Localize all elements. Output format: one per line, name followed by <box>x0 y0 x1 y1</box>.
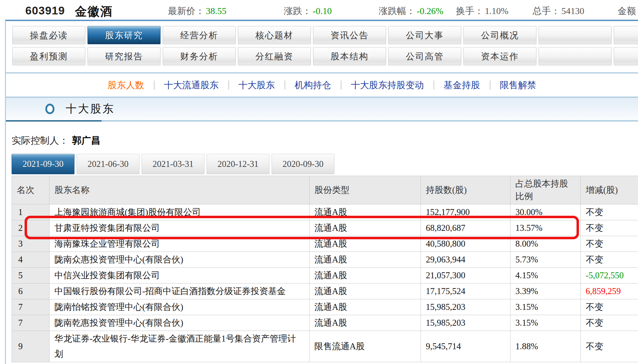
cell-change: 不变 <box>581 331 638 362</box>
date-tab-2021-06-30[interactable]: 2021-06-30 <box>77 154 139 174</box>
quote-field: 最新价：38.55 <box>168 5 227 17</box>
subnav-item-限售解禁[interactable]: 限售解禁 <box>490 79 546 91</box>
cell-percent: 5.73% <box>510 252 581 268</box>
cell-holder-name: 华龙证券-农业银行-华龙证券-金徽酒正能量1号集合资产管理计划 <box>50 331 310 362</box>
cell-shares: 40,580,800 <box>421 236 510 252</box>
cell-share-type: 流通A股 <box>310 220 421 236</box>
table-row: 6中国银行股份有限公司-招商中证白酒指数分级证券投资基金流通A股17,175,5… <box>12 284 638 299</box>
cell-shares: 17,175,524 <box>421 284 510 299</box>
subnav-item-基金持股[interactable]: 基金持股 <box>434 79 490 91</box>
tab-row-1: 操盘必读股东研究经营分析核心题材资讯公告公司大事公司概况 <box>6 26 638 44</box>
quote-field-value: 54130 <box>560 6 584 16</box>
quote-field-label: 涨跌： <box>284 6 311 16</box>
cell-share-type: 流通A股 <box>310 204 421 220</box>
cell-shares: 152,177,900 <box>421 204 510 220</box>
stock-info-bar: 603919 金徽酒 最新价：38.55涨跌：-0.10涨跌幅：-0.26%换手… <box>0 0 638 20</box>
cell-holder-name: 甘肃亚特投资集团有限公司 <box>50 220 310 236</box>
table-row: 7陇南乾惠投资管理中心(有限合伙)流通A股15,985,2033.15%不变 <box>12 315 638 331</box>
quote-field: 涨跌：-0.10 <box>284 5 332 17</box>
cell-holder-name: 海南豫珠企业管理有限公司 <box>50 236 310 252</box>
quote-field-value: -0.10 <box>311 6 332 16</box>
shareholder-subnav: 股东人数十大流通股东十大股东机构持仓十大股东持股变动基金持股限售解禁 <box>6 73 638 97</box>
cell-rank: 4 <box>12 252 50 268</box>
section-underline <box>6 120 638 122</box>
main-panel: 操盘必读股东研究经营分析核心题材资讯公告公司大事公司概况 盈利预测研究报告财务分… <box>5 20 638 364</box>
quote-field-label: 换手： <box>456 6 483 16</box>
cell-change: 不变 <box>581 315 638 331</box>
tab-研究报告[interactable]: 研究报告 <box>87 47 161 65</box>
section-header: 十大股东 <box>6 98 638 120</box>
quote-field: 金额 <box>618 5 636 17</box>
date-tab-2021-03-31[interactable]: 2021-03-31 <box>142 154 204 174</box>
cell-rank: 5 <box>12 268 50 284</box>
cell-percent: 1.88% <box>510 331 581 362</box>
table-row: 1上海豫园旅游商城(集团)股份有限公司流通A股152,177,90030.00%… <box>12 204 638 220</box>
cell-percent: 3.39% <box>510 284 581 299</box>
actual-controller: 实际控制人：郭广昌 <box>12 134 638 147</box>
cell-shares: 68,820,687 <box>421 220 510 236</box>
cell-rank: 7 <box>12 315 50 331</box>
tab-公司高管[interactable]: 公司高管 <box>388 47 461 65</box>
cell-share-type: 流通A股 <box>310 268 421 284</box>
cell-rank: 1 <box>12 204 50 220</box>
stock-f10-page: 603919 金徽酒 最新价：38.55涨跌：-0.10涨跌幅：-0.26%换手… <box>0 0 638 364</box>
table-row: 4陇南众惠投资管理中心(有限合伙)流通A股29,063,9445.73%不变 <box>12 252 638 268</box>
cell-share-type: 流通A股 <box>310 252 421 268</box>
date-tab-2020-12-31[interactable]: 2020-12-31 <box>207 154 269 174</box>
subnav-item-十大股东持股变动[interactable]: 十大股东持股变动 <box>341 79 434 91</box>
cell-percent: 30.00% <box>510 204 581 220</box>
cell-rank: 6 <box>12 284 50 299</box>
cell-change: 不变 <box>581 204 638 220</box>
cell-percent: 8.00% <box>510 236 581 252</box>
cell-change: 不变 <box>581 299 638 315</box>
subnav-item-股东人数[interactable]: 股东人数 <box>98 79 154 91</box>
cell-shares: 9,545,714 <box>421 331 510 362</box>
cell-share-type: 流通A股 <box>310 284 421 299</box>
actual-controller-name: 郭广昌 <box>72 135 100 146</box>
category-tabs: 操盘必读股东研究经营分析核心题材资讯公告公司大事公司概况 盈利预测研究报告财务分… <box>6 26 638 65</box>
tab-blank[interactable] <box>539 26 612 44</box>
cell-rank: 3 <box>12 236 50 252</box>
date-tab-2021-09-30[interactable]: 2021-09-30 <box>12 154 74 174</box>
cell-share-type: 流通A股 <box>310 315 421 331</box>
tab-操盘必读[interactable]: 操盘必读 <box>12 26 85 44</box>
table-header-row: 名次股东名称股份类型持股数(股)占总股本持股比例增减(股) <box>12 176 638 204</box>
tab-blank[interactable] <box>614 26 638 44</box>
cell-percent: 3.15% <box>510 315 581 331</box>
tab-经营分析[interactable]: 经营分析 <box>163 26 236 44</box>
tab-股东研究[interactable]: 股东研究 <box>87 26 161 44</box>
subnav-item-机构持仓[interactable]: 机构持仓 <box>285 79 341 91</box>
report-date-tabs: 2021-09-302021-06-302021-03-312020-12-31… <box>12 154 638 174</box>
cell-rank: 7 <box>12 299 50 315</box>
tab-公司概况[interactable]: 公司概况 <box>463 26 536 44</box>
cell-shares: 15,985,203 <box>421 315 510 331</box>
tab-财务分析[interactable]: 财务分析 <box>163 47 236 65</box>
tab-资讯公告[interactable]: 资讯公告 <box>313 26 386 44</box>
tab-公司大事[interactable]: 公司大事 <box>388 26 461 44</box>
subnav-item-十大流通股东[interactable]: 十大流通股东 <box>155 79 228 91</box>
cell-change: -5,072,550 <box>581 268 638 284</box>
cell-change: 6,859,259 <box>581 284 638 299</box>
quote-field: 换手：1.10% <box>456 5 508 17</box>
section-title: 十大股东 <box>66 102 115 116</box>
quote-field-value: -0.26% <box>415 6 443 16</box>
tab-核心题材[interactable]: 核心题材 <box>238 26 311 44</box>
date-tab-2020-09-30[interactable]: 2020-09-30 <box>272 154 334 174</box>
table-row: 7陇南怡铭投资管理中心(有限合伙)流通A股15,985,2033.15%不变 <box>12 299 638 315</box>
tab-分红融资[interactable]: 分红融资 <box>238 47 311 65</box>
quote-field-value: 38.55 <box>204 6 227 16</box>
tab-blank[interactable] <box>614 47 638 65</box>
column-header: 增减(股) <box>581 176 638 204</box>
quote-field: 涨跌幅：-0.26% <box>379 5 443 17</box>
column-header: 股东名称 <box>50 176 310 204</box>
tab-row-2: 盈利预测研究报告财务分析分红融资股本结构公司高管资本运作 <box>6 47 638 65</box>
tab-资本运作[interactable]: 资本运作 <box>463 47 536 65</box>
column-header: 占总股本持股比例 <box>510 176 581 204</box>
subnav-item-十大股东[interactable]: 十大股东 <box>229 79 285 91</box>
cell-holder-name: 上海豫园旅游商城(集团)股份有限公司 <box>50 204 310 220</box>
tab-盈利预测[interactable]: 盈利预测 <box>12 47 85 65</box>
tab-blank[interactable] <box>539 47 612 65</box>
cell-holder-name: 中国银行股份有限公司-招商中证白酒指数分级证券投资基金 <box>50 284 310 299</box>
tab-股本结构[interactable]: 股本结构 <box>313 47 386 65</box>
cell-share-type: 流通A股 <box>310 299 421 315</box>
